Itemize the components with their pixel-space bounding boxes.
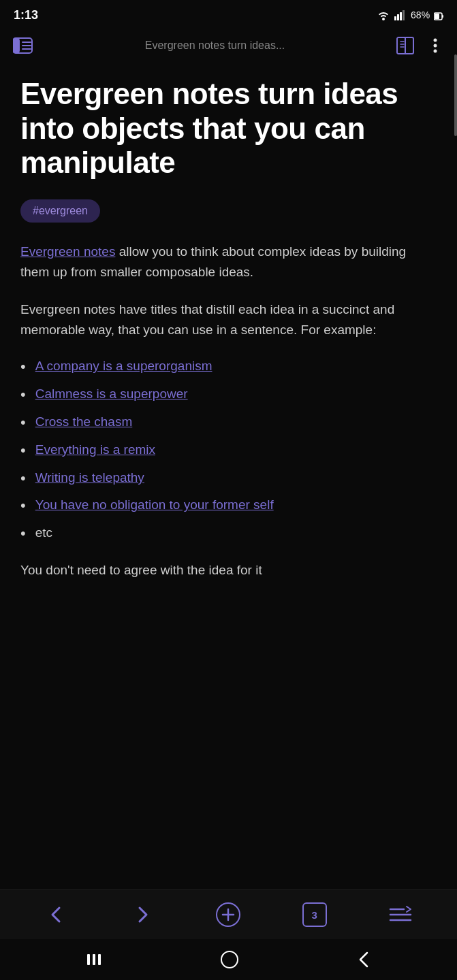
svg-rect-1 [397, 14, 399, 20]
status-time: 1:13 [14, 8, 38, 22]
signal-icon [394, 10, 407, 20]
android-home-button[interactable] [220, 950, 239, 969]
list-item: • Writing is telepathy [20, 468, 437, 489]
content-area: Evergreen notes turn ideas into objects … [0, 66, 457, 593]
bullet-link-5[interactable]: Writing is telepathy [35, 468, 144, 488]
paragraph-1: Evergreen notes allow you to think about… [20, 242, 437, 283]
menu-button[interactable] [385, 900, 415, 930]
svg-point-18 [434, 44, 437, 48]
bullet-link-3[interactable]: Cross the chasm [35, 412, 133, 432]
bullet-link-4[interactable]: Everything is a remix [35, 440, 155, 460]
bullet-dot-6: • [20, 495, 26, 517]
partial-bottom-text: You don't need to agree with the idea fo… [20, 561, 437, 581]
bullet-link-1[interactable]: A company is a superorganism [35, 357, 212, 376]
svg-rect-0 [394, 16, 396, 20]
svg-point-17 [434, 39, 437, 42]
svg-point-19 [434, 50, 437, 53]
tag-container: #evergreen [20, 199, 437, 223]
status-icons: 68% [377, 10, 443, 20]
bullet-text-etc: etc [35, 523, 52, 543]
back-button[interactable] [42, 900, 72, 930]
list-item: • Everything is a remix [20, 440, 437, 461]
battery-icon [434, 12, 443, 21]
forward-button[interactable] [127, 900, 157, 930]
bullet-link-2[interactable]: Calmness is a superpower [35, 385, 188, 404]
bullet-list: • A company is a superorganism • Calmnes… [20, 357, 437, 544]
list-item: • A company is a superorganism [20, 357, 437, 378]
bullet-dot-4: • [20, 440, 26, 461]
svg-rect-3 [403, 10, 405, 20]
nav-title: Evergreen notes turn ideas... [44, 39, 386, 52]
add-button[interactable] [213, 900, 243, 930]
list-item: • Cross the chasm [20, 412, 437, 434]
android-nav-bar [0, 939, 457, 980]
main-title: Evergreen notes turn ideas into objects … [20, 77, 437, 180]
list-item: • etc [20, 523, 437, 544]
android-back-button[interactable] [356, 950, 371, 969]
scroll-indicator [454, 54, 457, 136]
svg-rect-8 [13, 38, 20, 53]
badge-button[interactable]: 3 [300, 900, 330, 930]
list-item: • You have no obligation to your former … [20, 495, 437, 517]
bullet-dot-3: • [20, 412, 26, 434]
svg-rect-27 [93, 954, 95, 965]
status-bar: 1:13 68% [0, 0, 457, 28]
book-button[interactable] [394, 35, 416, 56]
android-menu-button[interactable] [86, 953, 104, 966]
svg-rect-6 [442, 15, 443, 18]
battery-indicator: 68% [411, 10, 443, 20]
sidebar-toggle-button[interactable] [11, 33, 35, 58]
bullet-dot-5: • [20, 468, 26, 489]
tag-evergreen[interactable]: #evergreen [20, 199, 100, 223]
svg-rect-2 [400, 12, 402, 20]
svg-rect-5 [435, 14, 439, 19]
bullet-dot-1: • [20, 357, 26, 378]
bullet-dot-2: • [20, 385, 26, 406]
bullet-link-6[interactable]: You have no obligation to your former se… [35, 495, 274, 515]
svg-rect-29 [221, 951, 238, 968]
wifi-icon [377, 10, 390, 20]
evergreen-notes-link[interactable]: Evergreen notes [20, 244, 115, 259]
bottom-toolbar: 3 [0, 889, 457, 939]
paragraph-2: Evergreen notes have titles that distill… [20, 299, 437, 341]
svg-rect-28 [98, 954, 101, 965]
svg-rect-26 [87, 954, 90, 965]
badge-number: 3 [302, 902, 327, 927]
nav-bar: Evergreen notes turn ideas... [0, 28, 457, 66]
bullet-dot-7: • [20, 523, 26, 544]
list-item: • Calmness is a superpower [20, 385, 437, 406]
more-options-button[interactable] [424, 35, 446, 56]
